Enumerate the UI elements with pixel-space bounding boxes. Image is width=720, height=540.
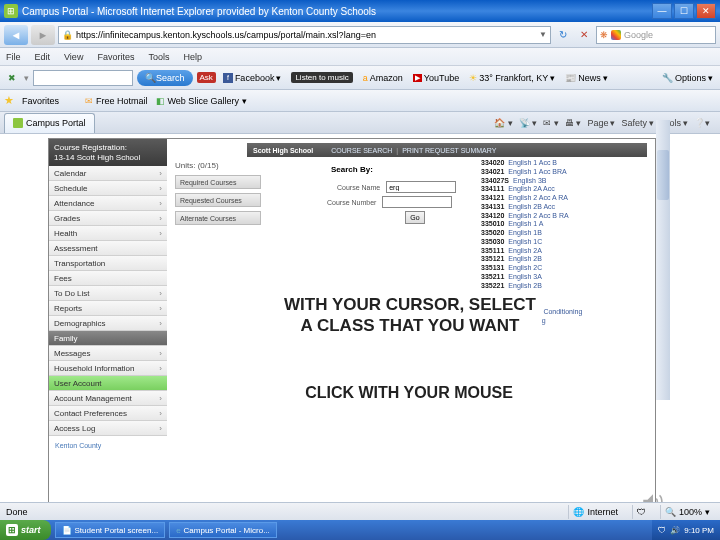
feeds-button[interactable]: 📡 ▾ [519,118,538,128]
requested-courses-button[interactable]: Requested Courses [175,193,261,207]
addon-icon[interactable]: ✖ [4,70,20,86]
amazon-link[interactable]: aAmazon [360,73,406,83]
result-item[interactable]: 334131English 2B Acc [481,203,582,212]
youtube-link[interactable]: ▶YouTube [410,73,462,83]
weather-link[interactable]: ☀33° Frankfort, KY ▾ [466,73,558,83]
refresh-button[interactable]: ↻ [554,26,572,44]
home-button[interactable]: 🏠 ▾ [494,118,513,128]
addon-search-input[interactable] [33,70,133,86]
result-item[interactable]: 334120English 2 Acc B RA [481,212,582,221]
sidebar-item-messages[interactable]: Messages› [49,346,167,361]
page-button[interactable]: Page ▾ [587,118,615,128]
sidebar-item-demographics[interactable]: Demographics› [49,316,167,331]
maximize-button[interactable]: ☐ [674,3,694,19]
back-button[interactable]: ◄ [4,25,28,45]
menu-tools[interactable]: Tools [148,52,169,62]
tab-campus-portal[interactable]: Campus Portal [4,113,95,133]
address-dropdown-icon[interactable]: ▼ [539,30,547,39]
zoom-level[interactable]: 🔍100% ▾ [660,505,714,519]
menu-bar: File Edit View Favorites Tools Help [0,48,720,66]
result-item[interactable]: 335111English 2A [481,247,582,256]
vertical-scrollbar[interactable] [656,120,670,400]
result-item[interactable]: 334021English 1 Acc BRA [481,168,582,177]
favorites-star-icon[interactable]: ★ [4,94,14,107]
favorites-label[interactable]: Favorites [22,96,59,106]
print-summary-link[interactable]: PRINT REQUEST SUMMARY [402,147,496,154]
readmail-button[interactable]: ✉ ▾ [543,118,559,128]
start-button[interactable]: ⊞start [0,520,51,540]
help-button[interactable]: ❔▾ [694,118,710,128]
sidebar-item-accesslog[interactable]: Access Log› [49,421,167,436]
alternate-courses-button[interactable]: Alternate Courses [175,211,261,225]
result-item[interactable]: 335221English 2B [481,282,582,291]
sidebar-item-todolist[interactable]: To Do List› [49,286,167,301]
course-search-link[interactable]: COURSE SEARCH [331,147,392,154]
sidebar-item-transportation[interactable]: Transportation [49,256,167,271]
status-internet: 🌐Internet [568,505,622,519]
webslice-link[interactable]: ◧Web Slice Gallery ▾ [156,96,247,106]
news-link[interactable]: 📰News ▾ [562,73,611,83]
addon-search-button[interactable]: 🔍Search [137,70,193,86]
bing-icon: ❋ [600,30,608,40]
menu-view[interactable]: View [64,52,83,62]
app-icon: ⊞ [4,4,18,18]
protected-mode: 🛡 [632,505,650,519]
scrollbar-thumb[interactable] [657,150,669,200]
sidebar-item-accountmgmt[interactable]: Account Management› [49,391,167,406]
instruction-callout-2: CLICK WITH YOUR MOUSE [264,384,554,402]
task-item-2[interactable]: eCampus Portal - Micro... [169,522,277,538]
sidebar-item-useraccount[interactable]: User Account [49,376,167,391]
result-item[interactable]: 335020English 1B [481,229,582,238]
tray-icon[interactable]: 🔊 [670,526,680,535]
task-item-1[interactable]: 📄Student Portal screen... [55,522,166,538]
course-name-label: Course Name [337,184,380,191]
favorites-bar: ★ Favorites ✉Free Hotmail ◧Web Slice Gal… [0,90,720,112]
tray-icon[interactable]: 🛡 [658,526,666,535]
options-link[interactable]: 🔧Options ▾ [659,73,716,83]
safety-button[interactable]: Safety ▾ [621,118,654,128]
address-bar[interactable]: 🔒 https://infinitecampus.kenton.kyschool… [58,26,551,44]
sidebar-item-contactprefs[interactable]: Contact Preferences› [49,406,167,421]
result-item[interactable]: 334020English 1 Acc B [481,159,582,168]
sidebar-item-health[interactable]: Health› [49,226,167,241]
sidebar-item-household[interactable]: Household Information› [49,361,167,376]
result-item[interactable]: 335010English 1 A [481,220,582,229]
school-header-bar: Scott High School COURSE SEARCH | PRINT … [247,143,647,157]
print-button[interactable]: 🖶 ▾ [565,118,582,128]
result-item[interactable]: 335121English 2B [481,255,582,264]
stop-button[interactable]: ✕ [575,26,593,44]
result-item[interactable]: 335030English 1C [481,238,582,247]
required-courses-button[interactable]: Required Courses [175,175,261,189]
result-item[interactable]: 334121English 2 Acc A RA [481,194,582,203]
hotmail-link[interactable]: ✉Free Hotmail [85,96,148,106]
facebook-link[interactable]: fFacebook ▾ [220,73,285,83]
menu-favorites[interactable]: Favorites [97,52,134,62]
result-item[interactable]: 335211English 3A [481,273,582,282]
sidebar-item-family[interactable]: Family [49,331,167,346]
tab-bar: Campus Portal 🏠 ▾ 📡 ▾ ✉ ▾ 🖶 ▾ Page ▾ Saf… [0,112,720,134]
minimize-button[interactable]: — [652,3,672,19]
forward-button[interactable]: ► [31,25,55,45]
ask-icon[interactable]: Ask [197,72,216,83]
sidebar-item-grades[interactable]: Grades› [49,211,167,226]
status-done: Done [6,507,28,517]
result-item[interactable]: 334027SEnglish 3B [481,177,582,186]
sidebar-item-assessment[interactable]: Assessment [49,241,167,256]
menu-file[interactable]: File [6,52,21,62]
sidebar-item-attendance[interactable]: Attendance› [49,196,167,211]
go-button[interactable]: Go [405,211,425,224]
course-name-input[interactable] [386,181,456,193]
result-item[interactable]: 334111English 2A Acc [481,185,582,194]
system-tray[interactable]: 🛡 🔊 9:10 PM [652,520,720,540]
result-item[interactable]: 335131English 2C [481,264,582,273]
listen-link[interactable]: Listen to music [288,72,355,83]
sidebar-item-fees[interactable]: Fees [49,271,167,286]
course-number-input[interactable] [382,196,452,208]
sidebar-item-schedule[interactable]: Schedule› [49,181,167,196]
menu-edit[interactable]: Edit [35,52,51,62]
browser-search-box[interactable]: ❋ Google [596,26,716,44]
sidebar-item-reports[interactable]: Reports› [49,301,167,316]
menu-help[interactable]: Help [183,52,202,62]
sidebar-item-calendar[interactable]: Calendar› [49,166,167,181]
close-button[interactable]: ✕ [696,3,716,19]
